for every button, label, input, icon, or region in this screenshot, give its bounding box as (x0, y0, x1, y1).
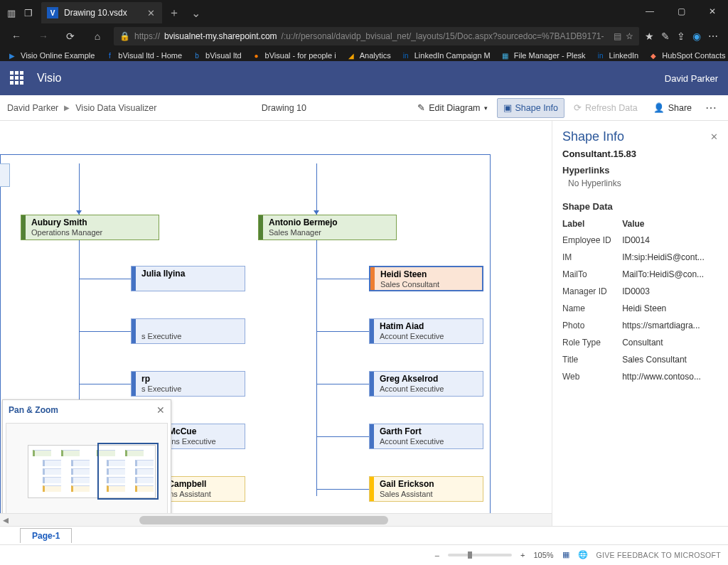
manager-box-sales[interactable]: Antonio BermejoSales Manager (258, 215, 397, 240)
favorites-icon[interactable]: ★ (645, 31, 654, 42)
share-button[interactable]: 👤 Share (647, 98, 698, 118)
cell-value: http://www.contoso... (622, 368, 718, 385)
favorite-label: Visio Online Example (21, 51, 95, 60)
scrollbar-thumb[interactable] (139, 516, 388, 524)
favorite-item[interactable]: fbVisual ltd - Home (100, 48, 186, 63)
reader-icon[interactable]: ▤ (614, 31, 621, 41)
refresh-icon: ⟳ (574, 102, 582, 113)
fit-page-icon[interactable]: ▦ (562, 550, 569, 559)
close-window-button[interactable]: ✕ (697, 0, 728, 23)
pan-zoom-thumbnail[interactable] (6, 423, 168, 519)
zoom-slider[interactable] (448, 554, 512, 556)
explorer-icon[interactable]: ▥ (3, 4, 20, 21)
shape-data-table: LabelValue Employee IDID0014IMIM:sip:Hei… (562, 216, 718, 385)
employee-role: Account Executive (380, 332, 444, 340)
refresh-data-button: ⟳ Refresh Data (567, 98, 644, 118)
share-browser-icon[interactable]: ⇪ (677, 31, 685, 42)
cell-value: Sales Consultant (622, 351, 718, 368)
minimize-button[interactable]: — (634, 0, 665, 23)
manager-box-operations[interactable]: Aubury SmithOperations Manager (21, 215, 159, 240)
table-row: MailToMailTo:HeidiS@con... (562, 266, 718, 283)
employee-role: Sales Consultant (380, 280, 439, 289)
maximize-button[interactable]: ▢ (665, 0, 697, 23)
refresh-button[interactable]: ⟳ (60, 26, 81, 47)
cell-value: ID0003 (622, 283, 718, 300)
page-tab[interactable]: Page-1 (20, 528, 72, 543)
employee-box[interactable]: Garth FortAccount Executive (369, 424, 483, 449)
user-name[interactable]: David Parker (665, 73, 718, 84)
zoom-out-button[interactable]: – (435, 551, 439, 559)
favorite-item[interactable]: ◢Analytics (342, 48, 395, 63)
feedback-link[interactable]: GIVE FEEDBACK TO MICROSOFT (596, 551, 721, 559)
url-path: /:u:/r/personal/davidp_bvisual_net/_layo… (282, 31, 604, 41)
globe-icon[interactable]: 🌐 (578, 550, 588, 559)
viewport-rect[interactable] (97, 443, 159, 500)
pen-icon[interactable]: ✎ (661, 31, 670, 42)
employee-box[interactable]: Hatim AiadAccount Executive (369, 318, 483, 344)
col-value: Value (622, 216, 718, 232)
close-icon[interactable]: ✕ (710, 131, 718, 142)
favorites-bar: ▶Visio Online ExamplefbVisual ltd - Home… (0, 47, 728, 64)
table-row: TitleSales Consultant (562, 351, 718, 368)
employee-name: Heidi Steen (380, 269, 427, 279)
more-commands-button[interactable]: ⋯ (701, 101, 721, 114)
connector (316, 384, 369, 384)
tab-dropdown-icon[interactable]: ⌄ (186, 4, 205, 22)
employee-box[interactable]: Gail EricksonSales Assistant (369, 476, 483, 502)
favorite-item[interactable]: ◆HubSpot Contacts (644, 48, 728, 63)
back-button[interactable]: ← (6, 26, 27, 47)
slider-knob[interactable] (468, 551, 472, 559)
employee-name: Julia Ilyina (141, 269, 185, 279)
more-icon[interactable]: ⋯ (708, 31, 718, 42)
connector (79, 384, 131, 384)
employee-box[interactable]: Julia Ilyina (131, 266, 245, 291)
favorite-item[interactable]: ▦File Manager - Plesk (496, 48, 590, 63)
app-launcher-icon[interactable] (10, 71, 24, 85)
employee-box[interactable]: s Executive (131, 318, 245, 344)
profile-icon[interactable]: ◉ (692, 31, 701, 42)
browser-tab[interactable]: V Drawing 10.vsdx ✕ (41, 2, 162, 23)
close-icon[interactable]: ✕ (156, 404, 165, 416)
table-row: Webhttp://www.contoso... (562, 368, 718, 385)
home-button[interactable]: ⌂ (87, 26, 108, 47)
no-hyperlinks-text: No Hyperlinks (568, 178, 718, 188)
tabs-icon[interactable]: ❐ (20, 4, 37, 21)
breadcrumb-page[interactable]: Visio Data Visualizer (75, 103, 156, 113)
address-bar[interactable]: 🔒 https://bvisualnet-my.sharepoint.com/:… (114, 27, 639, 45)
breadcrumb-root[interactable]: David Parker (7, 103, 58, 113)
cell-value: Heidi Steen (622, 300, 718, 317)
edit-diagram-button[interactable]: ✎ Edit Diagram ▾ (411, 98, 493, 118)
connector (316, 331, 369, 332)
shape-info-button[interactable]: ▣ Shape Info (497, 98, 564, 118)
favorite-item[interactable]: inLinkedIn Campaign M (397, 48, 495, 63)
favorite-item[interactable]: inLinkedIn (592, 48, 643, 63)
forward-button[interactable]: → (33, 26, 54, 47)
pencil-icon: ✎ (417, 102, 425, 113)
favorite-label: bVisual ltd - Home (118, 51, 182, 60)
table-row: Photohttps://smartdiagra... (562, 317, 718, 334)
document-name[interactable]: Drawing 10 (262, 103, 306, 113)
offscreen-shape[interactable] (0, 163, 10, 187)
favorite-item[interactable]: ▶Visio Online Example (3, 48, 99, 63)
connector (316, 279, 369, 279)
employee-box[interactable]: Heidi SteenSales Consultant (369, 266, 483, 291)
share-person-icon: 👤 (653, 102, 665, 113)
favorite-icon: in (596, 50, 606, 60)
employee-box[interactable]: Greg AkselrodAccount Executive (369, 371, 483, 397)
connector (79, 279, 131, 279)
favorite-icon: ◆ (648, 50, 658, 60)
new-tab-button[interactable]: ＋ (165, 4, 183, 22)
command-bar: David Parker ▶ Visio Data Visualizer Dra… (0, 95, 728, 121)
cell-label: Employee ID (562, 232, 622, 249)
close-icon[interactable]: ✕ (147, 8, 155, 18)
connector (316, 163, 317, 198)
zoom-percent[interactable]: 105% (533, 551, 553, 559)
zoom-in-button[interactable]: + (520, 551, 525, 559)
favorite-item[interactable]: ●bVisual - for people i (247, 48, 341, 63)
cell-label: Web (562, 368, 622, 385)
cell-label: Manager ID (562, 283, 622, 300)
scroll-left-icon[interactable]: ◂ (0, 513, 11, 526)
favorite-item[interactable]: bbVisual ltd (188, 48, 246, 63)
employee-box[interactable]: rps Executive (131, 371, 245, 397)
star-outline-icon[interactable]: ☆ (626, 31, 633, 41)
